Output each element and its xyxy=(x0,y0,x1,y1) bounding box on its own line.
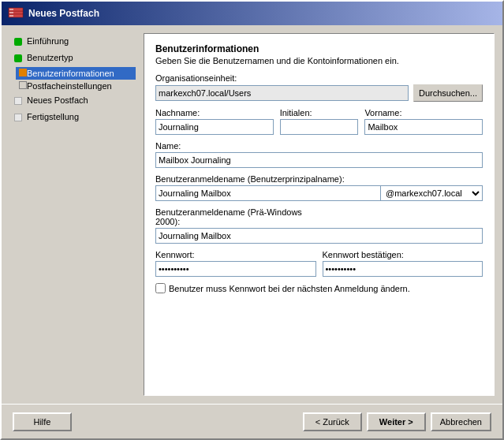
section-title: Benutzerinformationen xyxy=(155,43,483,54)
initials-input[interactable] xyxy=(280,119,359,135)
first-name-input[interactable] xyxy=(364,119,483,135)
bullet-postfacheinstellungen xyxy=(19,81,27,89)
upn-group: Benutzeranmeldename (Benutzerprinzipalna… xyxy=(155,174,483,201)
upn-label: Benutzeranmeldename (Benutzerprinzipalna… xyxy=(155,174,483,184)
confirm-input[interactable] xyxy=(323,261,483,277)
display-name-group: Name: xyxy=(155,141,483,168)
last-name-label: Nachname: xyxy=(155,108,274,117)
initials-label: Initialen: xyxy=(280,108,359,117)
bullet-benutzerinformationen xyxy=(19,69,27,76)
bullet-fertigstellung xyxy=(13,112,24,123)
sidebar: Einführung Benutzertyp Benutzerinformati… xyxy=(9,33,136,396)
next-button[interactable]: Weiter > xyxy=(367,412,426,431)
footer-left: Hilfe xyxy=(13,412,303,431)
display-name-input[interactable] xyxy=(155,152,483,168)
password-row: Kennwort: Kennwort bestätigen: xyxy=(155,250,483,277)
browse-button[interactable]: Durchsuchen... xyxy=(413,84,483,102)
prewins-group: Benutzeranmeldename (Prä-Windows 2000): xyxy=(155,207,483,244)
org-field-group: Organisationseinheit: Durchsuchen... xyxy=(155,73,483,102)
cancel-button[interactable]: Abbrechen xyxy=(431,412,491,431)
footer-right: < Zurück Weiter > Abbrechen xyxy=(303,412,491,431)
confirm-label: Kennwort bestätigen: xyxy=(323,250,483,259)
dialog-body: Einführung Benutzertyp Benutzerinformati… xyxy=(2,25,502,404)
upn-domain-select[interactable]: @markexch07.local xyxy=(381,186,482,200)
confirm-col: Kennwort bestätigen: xyxy=(323,250,483,277)
title-bar: Neues Postfach xyxy=(2,2,502,25)
change-password-checkbox[interactable] xyxy=(155,283,166,293)
password-group: Kennwort: Kennwort bestätigen: xyxy=(155,250,483,277)
svg-rect-5 xyxy=(9,15,13,17)
sidebar-item-postfacheinstellungen[interactable]: Postfacheinstellungen xyxy=(16,80,136,92)
name-fields-group: Nachname: Initialen: Vorname: xyxy=(155,108,483,135)
footer: Hilfe < Zurück Weiter > Abbrechen xyxy=(2,404,502,438)
dialog-icon xyxy=(8,6,24,21)
last-name-input[interactable] xyxy=(155,119,274,135)
bullet-neues-postfach xyxy=(13,95,24,106)
name-row: Nachname: Initialen: Vorname: xyxy=(155,108,483,135)
upn-domain-select-wrapper: @markexch07.local xyxy=(380,185,483,201)
bullet-benutzertyp xyxy=(13,53,24,64)
main-content: Benutzerinformationen Geben Sie die Benu… xyxy=(144,33,495,396)
password-input[interactable] xyxy=(155,261,316,277)
section-desc: Geben Sie die Benutzernamen und die Kont… xyxy=(155,56,483,65)
org-label: Organisationseinheit: xyxy=(155,73,483,83)
sidebar-item-benutzerinformationen[interactable]: Benutzerinformationen xyxy=(16,67,136,80)
org-input[interactable] xyxy=(155,85,409,101)
dialog-title: Neues Postfach xyxy=(28,8,99,19)
sidebar-item-einfuehrung[interactable]: Einführung xyxy=(9,33,136,50)
sidebar-item-neues-postfach[interactable]: Neues Postfach xyxy=(9,92,136,109)
first-name-col: Vorname: xyxy=(364,108,483,135)
name-label: Name: xyxy=(155,141,483,151)
org-row: Durchsuchen... xyxy=(155,84,483,102)
prewins-input[interactable] xyxy=(155,228,483,244)
upn-input[interactable] xyxy=(155,185,380,201)
svg-rect-3 xyxy=(9,9,13,10)
sidebar-item-fertigstellung[interactable]: Fertigstellung xyxy=(9,109,136,125)
checkbox-label[interactable]: Benutzer muss Kennwort bei der nächsten … xyxy=(169,284,410,293)
svg-rect-4 xyxy=(9,12,13,13)
password-label: Kennwort: xyxy=(155,250,316,259)
initials-col: Initialen: xyxy=(280,108,359,135)
first-name-label: Vorname: xyxy=(364,108,483,117)
last-name-col: Nachname: xyxy=(155,108,274,135)
back-button[interactable]: < Zurück xyxy=(303,412,362,431)
bullet-einfuehrung xyxy=(13,36,24,47)
sidebar-subitems: Benutzerinformationen Postfacheinstellun… xyxy=(16,67,136,92)
help-button[interactable]: Hilfe xyxy=(13,412,72,431)
upn-row: @markexch07.local xyxy=(155,185,483,201)
prewins-label: Benutzeranmeldename (Prä-Windows 2000): xyxy=(155,207,483,226)
sidebar-item-benutzertyp[interactable]: Benutzertyp xyxy=(9,50,136,66)
checkbox-row: Benutzer muss Kennwort bei der nächsten … xyxy=(155,283,483,293)
password-col: Kennwort: xyxy=(155,250,316,277)
dialog: Neues Postfach Einführung Benutzertyp Be… xyxy=(0,0,504,440)
mailbox-icon xyxy=(8,6,24,21)
